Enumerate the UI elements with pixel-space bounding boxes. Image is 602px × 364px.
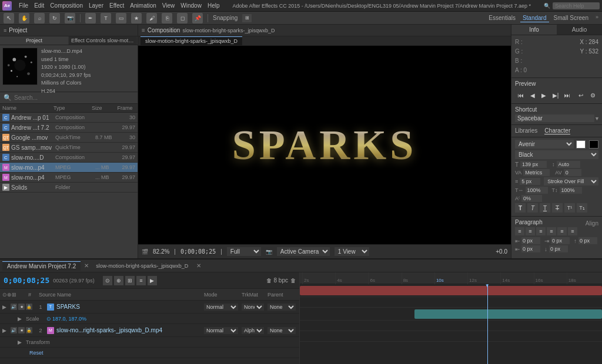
- bpc-value[interactable]: 8 bpc: [274, 277, 288, 284]
- list-item[interactable]: ▶ Solids Folder: [0, 183, 138, 193]
- tool-stamp[interactable]: ⎘: [162, 13, 172, 23]
- menu-effect[interactable]: Effect: [109, 2, 124, 9]
- tool-text[interactable]: T: [101, 13, 111, 23]
- menu-file[interactable]: File: [19, 2, 28, 9]
- text-strikethrough[interactable]: T: [552, 203, 563, 213]
- project-search-bar[interactable]: 🔍: [0, 92, 138, 104]
- indent-right-input[interactable]: [551, 237, 570, 244]
- comp-view-select[interactable]: 1 View2 Views: [335, 247, 369, 256]
- tool-shape-rect[interactable]: ▭: [116, 13, 126, 23]
- layer-trkmat-select-2[interactable]: Alpha: [242, 327, 264, 334]
- align-justify[interactable]: ≡: [547, 227, 556, 235]
- list-item[interactable]: C Andrew ...t 7.2 Composition 29.97: [0, 123, 138, 133]
- tab-info[interactable]: Info: [511, 25, 557, 35]
- track-bar-1[interactable]: [300, 286, 602, 295]
- layer-audio-icon[interactable]: 🔊: [11, 304, 17, 310]
- preview-loop[interactable]: ↩: [577, 90, 586, 100]
- menu-view[interactable]: View: [162, 2, 175, 9]
- timeline-btn-2[interactable]: ⊕: [114, 276, 123, 285]
- tool-pen[interactable]: ✒: [85, 13, 96, 23]
- layer-trkmat-2[interactable]: Alpha: [242, 327, 265, 334]
- preview-play[interactable]: ▶: [539, 90, 549, 100]
- preview-step-fwd[interactable]: ▶|: [551, 90, 560, 100]
- tab-project[interactable]: Project: [0, 36, 69, 45]
- text-superscript[interactable]: T¹: [564, 203, 575, 213]
- timeline-tab-2-close[interactable]: ✕: [196, 262, 201, 269]
- leading-input[interactable]: [557, 161, 580, 168]
- tool-shape-star[interactable]: ★: [131, 13, 142, 23]
- timeline-btn-3[interactable]: ⊞: [125, 276, 135, 285]
- layer-solo-icon-2[interactable]: ★: [18, 327, 25, 333]
- layer-row-1[interactable]: ▶ 🔊 ★ 🔒 1 T SPARKS Normal: [0, 301, 299, 314]
- workspace-expand-icon[interactable]: »: [596, 14, 598, 22]
- list-item[interactable]: QT Google ...mov QuickTime 8.7 MB 30: [0, 133, 138, 143]
- tab-libraries[interactable]: Libraries: [515, 127, 537, 134]
- menu-edit[interactable]: Edit: [34, 2, 44, 9]
- layer-mode-2[interactable]: Normal: [204, 327, 239, 334]
- layer-trkmat-1[interactable]: None: [242, 304, 265, 311]
- workspace-small-screen[interactable]: Small Screen: [551, 14, 591, 22]
- menu-help[interactable]: Help: [208, 2, 220, 9]
- preview-skip-fwd[interactable]: ⏭: [563, 90, 572, 100]
- stroke-input[interactable]: [520, 178, 540, 185]
- stroke-type-select[interactable]: Stroke Over Fill: [544, 177, 598, 186]
- comp-zoom[interactable]: 82.2%: [153, 248, 169, 255]
- font-family-select[interactable]: Avenir: [515, 140, 574, 149]
- timeline-tab-2[interactable]: slow-motion-bright-sparks-_jpisqwxb_D: [91, 262, 193, 270]
- timeline-btn-4[interactable]: ≡: [136, 276, 146, 285]
- tab-character[interactable]: Character: [544, 127, 570, 134]
- tool-selection[interactable]: ↖: [4, 13, 14, 23]
- layer-mode-1[interactable]: Normal: [204, 304, 239, 311]
- text-subscript[interactable]: T₁: [577, 203, 587, 213]
- tool-camera[interactable]: 📷: [65, 13, 75, 23]
- text-italic[interactable]: T: [527, 203, 538, 213]
- layer-mode-select-1[interactable]: Normal: [204, 304, 238, 311]
- shortcut-input[interactable]: [515, 114, 594, 122]
- layer-name-2[interactable]: slow-mo...right-sparks-_jpisqwxb_D.mp4: [56, 327, 202, 333]
- layer-parent-select-1[interactable]: None: [267, 304, 296, 311]
- align-right[interactable]: ≡: [536, 227, 546, 235]
- layer-lock-icon[interactable]: 🔒: [26, 304, 32, 310]
- indent-left-input[interactable]: [521, 237, 540, 244]
- tab-effect-controls[interactable]: Effect Controls slow-motion-...: [69, 36, 138, 45]
- list-item[interactable]: M slow-mo...p4 MPEG ... MB 29.97: [0, 163, 138, 173]
- search-input[interactable]: [553, 2, 600, 9]
- snapping-toggle[interactable]: ⊞: [242, 14, 252, 22]
- tool-zoom[interactable]: ⌕: [34, 13, 45, 23]
- tool-hand[interactable]: ✋: [19, 13, 29, 23]
- layer-expand-2[interactable]: ▶: [2, 328, 8, 333]
- layer-audio-icon-2[interactable]: 🔊: [11, 327, 17, 333]
- align-justify-all[interactable]: ≡: [568, 227, 577, 235]
- preview-step-back[interactable]: ◀: [528, 90, 537, 100]
- align-center[interactable]: ≡: [526, 227, 535, 235]
- text-bold[interactable]: T: [515, 203, 526, 213]
- layer-solo-icon[interactable]: ★: [18, 304, 25, 310]
- font-size-input[interactable]: [520, 161, 547, 168]
- shortcut-arrow[interactable]: ▼: [594, 116, 600, 122]
- h-scale-input[interactable]: [526, 187, 548, 194]
- list-item[interactable]: C Andrew ...p 01 Composition 30: [0, 113, 138, 123]
- timeline-timecode[interactable]: 0;00;08;25: [4, 276, 49, 285]
- menu-animation[interactable]: Animation: [130, 2, 156, 9]
- align-justify-last-left[interactable]: ≡: [557, 227, 567, 235]
- layer-trkmat-select-1[interactable]: None: [242, 304, 264, 311]
- timeline-btn-5[interactable]: ▶: [148, 276, 157, 285]
- list-item[interactable]: C slow-mo....D Composition 29.97: [0, 153, 138, 163]
- list-item[interactable]: QT GS samp...mov QuickTime 29.97: [0, 143, 138, 153]
- font-color-swatch[interactable]: [576, 140, 586, 149]
- layer-mode-select-2[interactable]: Normal: [204, 327, 238, 334]
- track-bar-2[interactable]: [414, 309, 602, 319]
- menu-window[interactable]: Window: [180, 2, 202, 9]
- workspace-standard[interactable]: Standard: [520, 14, 549, 22]
- timeline-tab-1[interactable]: Andrew Marvin Project 7.2: [2, 261, 81, 271]
- baseline-input[interactable]: [521, 195, 542, 202]
- comp-tab-active[interactable]: slow-motion-bright-sparks-_jpisqwxb_D: [141, 36, 242, 45]
- layer-parent-1[interactable]: None: [267, 304, 297, 311]
- tab-audio[interactable]: Audio: [557, 25, 602, 35]
- align-left[interactable]: ≡: [515, 227, 524, 235]
- indent-top-input[interactable]: [578, 237, 597, 244]
- comp-camera-select[interactable]: Active Camera: [277, 247, 330, 256]
- playhead[interactable]: [487, 284, 488, 364]
- search-bar[interactable]: 🔍: [544, 2, 600, 9]
- layer-parent-select-2[interactable]: None: [267, 327, 296, 334]
